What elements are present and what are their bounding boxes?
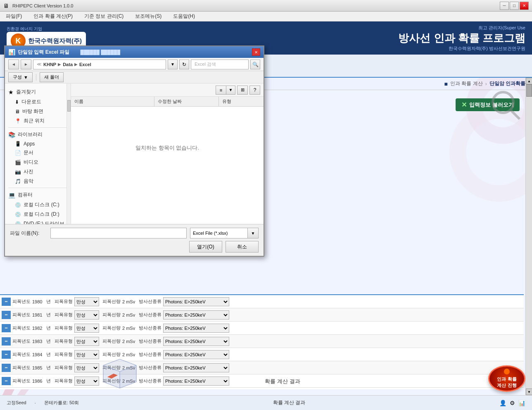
computer-section: 💻 컴퓨터 💿 로컬 디스크 (C:) 💿 로컬 디스크 (D:) 💿 DVD …	[5, 190, 71, 224]
window-controls: ─ □ ✕	[500, 2, 529, 10]
sidebar-item-dvd[interactable]: 💿 DVD (E:) 드라이브	[5, 219, 71, 224]
dialog-sidebar: ★ 즐겨찾기 ⬇ 다운로드 🖥 바탕 화면 📍 최근 위치	[5, 83, 71, 224]
sidebar-item-downloads[interactable]: ⬇ 다운로드	[5, 97, 71, 107]
library-header[interactable]: 📚 라이브러리	[5, 129, 71, 140]
radiation-type-select-3[interactable]: Photons: E>250keV	[163, 324, 229, 333]
svg-point-0	[493, 92, 513, 113]
dialog-button-row: 열기(O) 취소	[10, 241, 259, 253]
sidebar-item-local-c[interactable]: 💿 로컬 디스크 (C:)	[5, 200, 71, 210]
filename-input[interactable]	[50, 228, 187, 238]
menu-calc[interactable]: 인과 확률 계산(P)	[31, 12, 75, 21]
radiation-type-select-2[interactable]: Photons: E>250keV	[163, 310, 229, 319]
scroll-thumb[interactable]	[526, 84, 532, 97]
delete-row-button[interactable]: ━	[2, 337, 11, 346]
file-empty-message: 일치하는 항목이 없습니다.	[71, 107, 264, 189]
delete-row-button[interactable]: ━	[2, 364, 11, 372]
computer-header[interactable]: 💻 컴퓨터	[5, 190, 71, 200]
dialog-title: 📊 단일암 입력 Excel 파일 ██████ ██████	[8, 49, 120, 56]
sidebar-item-video[interactable]: 🎬 비디오	[5, 157, 71, 167]
filename-row: 파일 이름(N): ▼	[10, 228, 259, 238]
refresh-button[interactable]: ↻	[179, 60, 189, 69]
file-view-toolbar: ≡ ▼ ⊞ ?	[71, 83, 264, 97]
chart-icon[interactable]: 📊	[518, 400, 525, 406]
view-grid-button[interactable]: ⊞	[237, 86, 248, 95]
sidebar-scrollbar[interactable]	[66, 83, 71, 224]
close-button[interactable]: ✕	[520, 2, 529, 10]
delete-row-button[interactable]: ━	[2, 324, 11, 332]
nav-forward-button[interactable]: ►	[21, 60, 31, 69]
scroll-down-button[interactable]: ▼	[526, 389, 532, 395]
user-icon[interactable]: 👤	[499, 400, 506, 406]
delete-row-button[interactable]: ━	[2, 298, 11, 306]
path-dropdown-button[interactable]: ▼	[168, 60, 178, 69]
sidebar-item-documents[interactable]: 📄 문서	[5, 148, 71, 157]
radiation-type-select-5[interactable]: Photons: E>250keV	[163, 350, 229, 359]
exposure-type-select-2[interactable]: 만성	[74, 310, 99, 319]
filetype-input[interactable]	[190, 228, 248, 238]
new-folder-button[interactable]: 새 폴더	[40, 72, 64, 82]
dialog-close-button[interactable]: ✕	[252, 48, 260, 56]
exposure-type-select-4[interactable]: 만성	[74, 337, 99, 346]
delete-row-button[interactable]: ━	[2, 350, 11, 359]
minimize-button[interactable]: ─	[500, 2, 509, 10]
calc-btn-indicator	[504, 369, 510, 374]
help-button[interactable]: ?	[249, 86, 260, 95]
path-data: Data	[63, 62, 73, 67]
path-excel: Excel	[79, 62, 91, 67]
library-section: 📚 라이브러리 📱 Apps 📄 문서 🎬 비디오	[5, 129, 71, 186]
sidebar-item-apps[interactable]: 📱 Apps	[5, 140, 71, 148]
dialog-title-bar: 📊 단일암 입력 Excel 파일 ██████ ██████ ✕	[5, 46, 264, 58]
dialog-open-button[interactable]: 열기(O)	[189, 241, 222, 253]
menu-file[interactable]: 파일(F)	[3, 12, 24, 21]
sidebar-item-recent[interactable]: 📍 최근 위치	[5, 116, 71, 126]
sidebar-item-desktop[interactable]: 🖥 바탕 화면	[5, 107, 71, 116]
scroll-up-button[interactable]: ▲	[526, 78, 532, 84]
sidebar-scroll-thumb[interactable]	[67, 100, 71, 112]
sidebar-item-photos[interactable]: 📷 사진	[5, 167, 71, 176]
path-sep: ≪	[37, 62, 42, 67]
path-khnp: KHNP	[43, 62, 56, 67]
dialog-path-toolbar: ◄ ► ≪ KHNP ▶ Data ▶ Excel ▼ ↻ Excel 검색 🔍	[5, 58, 264, 71]
menu-help[interactable]: 도움말(H)	[171, 12, 197, 21]
favorites-header[interactable]: ★ 즐겨찾기	[5, 87, 71, 97]
window-title: RHIPEPC Client Version 1.0.0	[12, 3, 73, 8]
view-list-button[interactable]: ≡	[216, 86, 226, 95]
exposure-table[interactable]: ━ 피폭년도 1980 년 피폭유형 만성 피폭선량 2 mSv 방사선종류 P…	[0, 294, 524, 389]
settings-icon-bottom[interactable]: ⚙	[510, 400, 515, 406]
dialog-cancel-button[interactable]: 취소	[226, 241, 259, 253]
radiation-type-select-1[interactable]: Photons: E>250keV	[163, 297, 229, 306]
menu-tools[interactable]: 보조메뉴(S)	[133, 12, 164, 21]
company-name: 한국수력원자력(주)	[28, 37, 82, 45]
radiation-type-select-6[interactable]: Photons: E>250keV	[163, 363, 229, 372]
search-button[interactable]: 🔍	[250, 60, 260, 69]
nav-back-button[interactable]: ◄	[8, 60, 19, 69]
filename-label: 파일 이름(N):	[10, 230, 47, 237]
excel-import-area: ✕ 입력정보 불러오기	[456, 98, 520, 111]
table-row: ━ 피폭년도 1983 년 피폭유형 만성 피폭선량 2 mSv 방사선종류 P…	[0, 335, 524, 348]
desktop-icon: 🖥	[15, 109, 20, 114]
exposure-type-select-3[interactable]: 만성	[74, 324, 99, 333]
table-row: ━ 피폭년도 1982 년 피폭유형 만성 피폭선량 2 mSv 방사선종류 P…	[0, 322, 524, 335]
sidebar-item-music[interactable]: 🎵 음악	[5, 176, 71, 186]
favorites-label: 즐겨찾기	[16, 88, 36, 95]
sidebar-item-local-d[interactable]: 💿 로컬 디스크 (D:)	[5, 210, 71, 219]
filetype-dropdown-button[interactable]: ▼	[248, 228, 259, 238]
delete-row-button[interactable]: ━	[2, 311, 11, 319]
main-scrollbar[interactable]: ▲ ▼	[525, 78, 532, 395]
computer-icon: 💻	[8, 192, 15, 198]
video-icon: 🎬	[15, 160, 21, 165]
maximize-button[interactable]: □	[510, 2, 519, 10]
organize-button[interactable]: 구성 ▼	[8, 72, 33, 82]
radiation-type-select-4[interactable]: Photons: E>250keV	[163, 337, 229, 346]
seed-label: 고정Seed	[7, 400, 26, 406]
monte-label: 몬테카를로: 50회	[44, 400, 79, 406]
exposure-type-select-1[interactable]: 만성	[74, 297, 99, 306]
dialog-folder-toolbar: 구성 ▼ 새 폴더	[5, 71, 264, 83]
delete-row-button[interactable]: ━	[2, 377, 11, 385]
calculate-button[interactable]: 인과 확률계산 진행	[488, 365, 525, 392]
sub-title: 한국수력원자력(주) 방사선보건연구원	[449, 45, 525, 52]
menu-info[interactable]: 기준 정보 관리(C)	[82, 12, 126, 21]
status-bar-icons: 👤 ⚙ 📊	[499, 400, 525, 406]
view-dropdown-button[interactable]: ▼	[226, 86, 235, 95]
col-date: 수정한 날짜	[154, 97, 219, 106]
